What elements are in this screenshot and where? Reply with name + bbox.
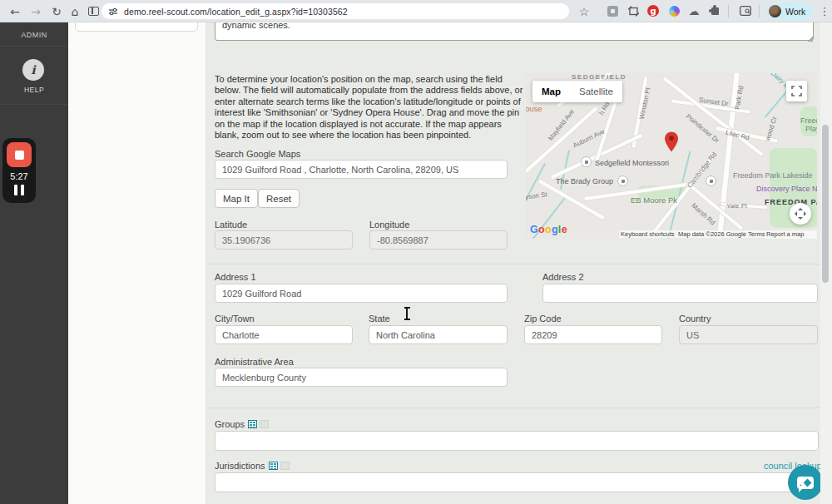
- report-map-error-link[interactable]: Report a map error: [765, 230, 817, 239]
- textarea-resize-grip[interactable]: [807, 36, 813, 42]
- poi-icon[interactable]: [706, 175, 716, 186]
- map-label: SEDGEFIELD: [572, 73, 626, 81]
- grammarly-badge-icon[interactable]: g: [646, 4, 660, 17]
- map-poi-label: Sedgefield Montessori: [595, 159, 669, 167]
- chat-widget-button[interactable]: [788, 465, 823, 500]
- map-type-map-button[interactable]: Map: [532, 81, 570, 102]
- google-map[interactable]: SEDGEFIELD ouse Mayfield Ave h Rd Winsto…: [526, 73, 817, 239]
- latitude-input[interactable]: [215, 230, 353, 250]
- groups-label-row: Groups: [215, 419, 269, 429]
- address-bar[interactable]: demo.reel-scout.com/location_edit_g.aspx…: [102, 3, 569, 19]
- map-label: wood Cr: [764, 116, 779, 141]
- groups-picker-icon[interactable]: [248, 420, 257, 428]
- pan-control[interactable]: [790, 203, 811, 225]
- map-type-control: Map Satellite: [532, 81, 622, 102]
- browser-toolbar: ← → ↻ ⌂ demo.reel-scout.com/location_edi…: [0, 0, 832, 22]
- address2-label: Address 2: [542, 272, 584, 282]
- sidebar-item-admin[interactable]: ADMIN: [0, 31, 68, 39]
- app-sidebar: ADMIN i HELP 5:27: [0, 22, 68, 504]
- state-label: State: [369, 314, 390, 324]
- search-google-maps-label: Search Google Maps: [215, 149, 300, 159]
- country-label: Country: [679, 314, 711, 324]
- jurisdictions-input[interactable]: [215, 472, 819, 492]
- country-input[interactable]: [679, 325, 818, 344]
- admin-area-input[interactable]: [215, 368, 508, 387]
- google-maps-search-input[interactable]: [215, 160, 508, 179]
- reset-button[interactable]: Reset: [258, 189, 300, 208]
- help-info-icon[interactable]: i: [22, 59, 44, 81]
- map-label: Play: [805, 125, 817, 133]
- sidebar-item-help[interactable]: HELP: [0, 86, 68, 94]
- fullscreen-icon: [791, 86, 802, 96]
- extensions-puzzle-icon[interactable]: [708, 4, 721, 17]
- location-edit-form: dynamic scenes. To determine your locati…: [206, 22, 832, 504]
- map-label: ouse: [526, 104, 542, 113]
- google-logo[interactable]: Google: [530, 224, 567, 235]
- map-data-attribution: Map data ©2026 Google: [676, 230, 748, 238]
- pause-recording-button[interactable]: [12, 185, 27, 196]
- map-poi-label: Discovery Place N: [756, 185, 817, 193]
- map-label: Yale Pl: [726, 202, 747, 210]
- secondary-panel: [68, 22, 206, 504]
- side-panel-search-icon[interactable]: [739, 4, 752, 17]
- chat-bubble-icon: [797, 477, 814, 489]
- recording-timer: 5:27: [2, 171, 36, 181]
- state-input[interactable]: [369, 325, 508, 344]
- map-type-satellite-button[interactable]: Satellite: [570, 81, 622, 102]
- page-scrollbar: [820, 22, 832, 504]
- profile-chip[interactable]: Work: [766, 2, 813, 20]
- cloud-icon[interactable]: ☁: [687, 4, 701, 17]
- pan-down-icon: [798, 217, 803, 222]
- pan-right-icon: [804, 211, 809, 216]
- latitude-label: Latitude: [215, 220, 247, 230]
- groups-secondary-icon[interactable]: [260, 420, 269, 428]
- terms-link[interactable]: Terms: [746, 230, 766, 238]
- back-icon[interactable]: ←: [7, 3, 23, 19]
- reload-icon[interactable]: ↻: [48, 3, 65, 19]
- map-instructions-text: To determine your location's position on…: [215, 74, 524, 141]
- profile-name: Work: [785, 7, 805, 17]
- site-settings-icon[interactable]: [108, 7, 118, 17]
- groups-input[interactable]: [215, 431, 819, 451]
- jurisdictions-secondary-icon[interactable]: [280, 462, 290, 470]
- map-label: EB Moore Pk: [631, 195, 677, 205]
- map-label: yson St: [526, 190, 547, 201]
- road: [538, 180, 605, 220]
- extension-icon-gray[interactable]: [606, 4, 619, 17]
- zip-input[interactable]: [524, 325, 662, 344]
- map-label: FREEDOM PA: [765, 198, 817, 206]
- url-text: demo.reel-scout.com/location_edit_g.aspx…: [124, 7, 348, 17]
- toolbar-divider: [728, 5, 729, 17]
- city-input[interactable]: [215, 325, 353, 344]
- jurisdictions-picker-icon[interactable]: [269, 462, 278, 470]
- poi-icon[interactable]: [617, 175, 628, 186]
- address2-input[interactable]: [542, 284, 818, 303]
- screenshot-frame-icon[interactable]: [626, 4, 640, 17]
- section-divider: [208, 408, 828, 408]
- longitude-input[interactable]: [369, 230, 508, 250]
- forward-icon[interactable]: →: [27, 3, 44, 19]
- longitude-label: Longitude: [369, 220, 409, 230]
- keyboard-shortcuts-link[interactable]: Keyboard shortcuts: [619, 230, 676, 238]
- map-it-button[interactable]: Map It: [215, 189, 258, 208]
- map-label: Freedo: [800, 116, 817, 125]
- bookmark-star-icon[interactable]: ☆: [576, 3, 592, 19]
- split-view-icon[interactable]: [85, 3, 102, 19]
- map-pin[interactable]: [665, 131, 678, 152]
- fullscreen-button[interactable]: [786, 81, 807, 101]
- pan-left-icon: [792, 211, 797, 216]
- pan-up-icon: [798, 205, 803, 210]
- stop-recording-button[interactable]: [7, 142, 32, 167]
- map-poi-label: The Brady Group: [556, 177, 613, 185]
- scrollbar-thumb[interactable]: [822, 125, 829, 283]
- home-icon[interactable]: ⌂: [67, 3, 83, 19]
- section-divider: [208, 264, 828, 264]
- groups-label: Groups: [215, 419, 245, 429]
- address1-input[interactable]: [215, 284, 508, 303]
- extension-icon-color[interactable]: [667, 4, 681, 17]
- browser-menu-icon[interactable]: ⋮: [816, 3, 832, 19]
- poi-icon[interactable]: [581, 156, 592, 167]
- avatar: [769, 5, 781, 17]
- address1-label: Address 1: [215, 272, 256, 282]
- jurisdictions-label-row: Jurisdictions: [215, 461, 290, 471]
